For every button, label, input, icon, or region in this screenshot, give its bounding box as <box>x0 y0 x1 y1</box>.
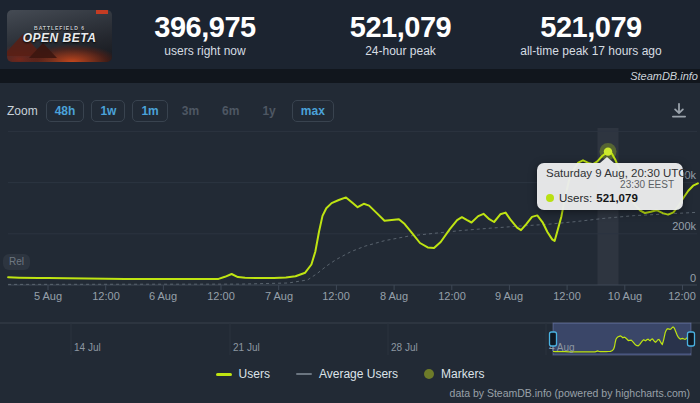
navigator-left-handle[interactable] <box>550 332 557 346</box>
users-series-dot <box>546 194 554 202</box>
svg-text:10 Aug: 10 Aug <box>608 290 642 302</box>
tooltip-date: Saturday 9 Aug, 20:30 UTC <box>546 167 674 179</box>
steamdb-chart-widget: BATTLEFIELD 6 OPEN BETA 396,975 users ri… <box>0 0 700 403</box>
svg-text:12:00: 12:00 <box>668 290 696 302</box>
markers-circle-swatch <box>424 369 434 379</box>
tooltip-value: 521,079 <box>596 192 638 204</box>
legend-users-label: Users <box>239 367 270 381</box>
svg-text:8 Aug: 8 Aug <box>380 290 408 302</box>
legend: Users Average Users Markers <box>0 367 700 381</box>
svg-text:12:00: 12:00 <box>207 290 235 302</box>
svg-text:12:00: 12:00 <box>92 290 120 302</box>
navigator-right-handle[interactable] <box>688 332 695 346</box>
tooltip-users-row: Users: 521,079 <box>546 192 674 204</box>
svg-text:200k: 200k <box>672 220 696 232</box>
svg-text:5 Aug: 5 Aug <box>34 290 62 302</box>
svg-text:9 Aug: 9 Aug <box>495 290 523 302</box>
navigator: 14 Jul 21 Jul 28 Jul 4 Aug <box>0 323 700 355</box>
hover-marker-dot <box>604 147 612 155</box>
svg-text:12:00: 12:00 <box>322 290 350 302</box>
release-flag-marker[interactable]: Rel <box>3 254 30 270</box>
tooltip-local-time: 23:30 EEST <box>546 179 674 190</box>
svg-text:21 Jul: 21 Jul <box>233 342 260 353</box>
legend-item-markers[interactable]: Markers <box>424 367 484 381</box>
tooltip-series-label: Users: <box>559 192 592 204</box>
legend-average-users-label: Average Users <box>319 367 398 381</box>
average-users-line <box>8 212 698 284</box>
chart-credits[interactable]: data by SteamDB.info (powered by highcha… <box>450 387 690 399</box>
x-axis-labels: 5 Aug 12:00 6 Aug 12:00 7 Aug 12:00 8 Au… <box>34 290 696 302</box>
navigator-gridlines <box>71 323 546 355</box>
svg-text:14 Jul: 14 Jul <box>74 342 101 353</box>
users-line-swatch <box>216 373 232 376</box>
navigator-date-labels: 14 Jul 21 Jul 28 Jul 4 Aug <box>74 342 575 353</box>
x-axis-ticks <box>48 285 683 290</box>
legend-item-average-users[interactable]: Average Users <box>296 367 398 381</box>
legend-item-users[interactable]: Users <box>216 367 270 381</box>
svg-text:28 Jul: 28 Jul <box>391 342 418 353</box>
svg-text:6 Aug: 6 Aug <box>149 290 177 302</box>
chart-tooltip: Saturday 9 Aug, 20:30 UTC 23:30 EEST Use… <box>537 163 683 210</box>
svg-text:7 Aug: 7 Aug <box>265 290 293 302</box>
svg-text:12:00: 12:00 <box>553 290 581 302</box>
svg-text:12:00: 12:00 <box>438 290 466 302</box>
legend-markers-label: Markers <box>441 367 484 381</box>
average-users-line-swatch <box>296 373 312 375</box>
svg-text:0: 0 <box>690 272 696 284</box>
